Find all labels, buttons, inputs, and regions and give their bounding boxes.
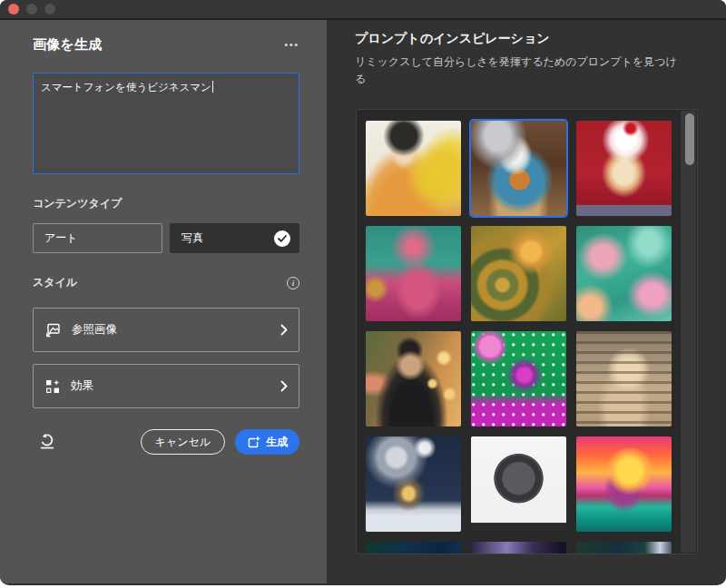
- info-icon[interactable]: i: [287, 277, 299, 289]
- titlebar: [0, 0, 726, 20]
- gallery-tile-milkshake-cherry-red-background[interactable]: [576, 121, 672, 216]
- gallery-tile-purple-night-clouds[interactable]: [471, 542, 566, 554]
- gallery-tile-sepia-portrait-smiling-woman[interactable]: [576, 331, 672, 426]
- content-type-art-button[interactable]: アート: [33, 223, 162, 253]
- reference-image-row[interactable]: 参照画像: [33, 308, 299, 352]
- more-options-button[interactable]: •••: [284, 41, 299, 50]
- effects-row[interactable]: 効果: [33, 364, 299, 408]
- ellipsis-icon: •••: [284, 40, 299, 50]
- content-type-label: コンテンツタイプ: [33, 196, 299, 211]
- style-label: スタイル: [33, 275, 77, 290]
- gallery-tile-pop-art-horses-sunset[interactable]: [576, 436, 672, 532]
- text-cursor: [212, 81, 213, 93]
- minimize-button[interactable]: [26, 4, 37, 15]
- chevron-right-icon: [280, 380, 288, 392]
- gallery-grid: [357, 110, 697, 554]
- gallery-tile-illustrated-man-with-mimosa[interactable]: [366, 121, 461, 216]
- prompt-text: スマートフォンを使うビジネスマン: [41, 82, 211, 93]
- gallery-tile-psychedelic-astronaut[interactable]: [471, 331, 566, 426]
- generate-image-window: 画像を生成 ••• スマートフォンを使うビジネスマン コンテンツタイプ アート …: [0, 0, 726, 585]
- prompt-gallery: [356, 109, 698, 554]
- generate-icon: [247, 436, 260, 449]
- generate-button[interactable]: 生成: [235, 429, 299, 455]
- cancel-button[interactable]: キャンセル: [141, 429, 225, 455]
- reference-image-icon: [45, 322, 61, 338]
- gallery-tile-golden-lotus-swirl-art[interactable]: [471, 226, 566, 321]
- reset-button[interactable]: [38, 433, 56, 451]
- prompt-input[interactable]: スマートフォンを使うビジネスマン: [33, 73, 299, 174]
- scrollbar-track[interactable]: [681, 111, 696, 553]
- undo-icon: [38, 433, 56, 451]
- gallery-tile-black-peony-ring-sculpture[interactable]: [471, 436, 566, 532]
- gallery-tile-latte-art-pour-blue-cup[interactable]: [471, 121, 566, 216]
- content-type-photo-button[interactable]: 写真: [170, 223, 299, 253]
- gallery-tile-paper-art-winter-cottage[interactable]: [366, 436, 461, 532]
- inspiration-title: プロンプトのインスピレーション: [355, 31, 726, 47]
- scrollbar-thumb[interactable]: [685, 113, 694, 165]
- chevron-right-icon: [280, 324, 288, 336]
- gallery-tile-night-sky-galaxy[interactable]: [366, 542, 461, 554]
- gallery-tile-jellyfish-watercolor[interactable]: [576, 226, 672, 321]
- zoom-button[interactable]: [44, 4, 55, 15]
- gallery-tile-maximalist-pink-sofa-room[interactable]: [366, 226, 461, 321]
- generate-image-panel: 画像を生成 ••• スマートフォンを使うビジネスマン コンテンツタイプ アート …: [0, 20, 327, 583]
- check-icon: [274, 230, 290, 247]
- close-button[interactable]: [8, 4, 19, 15]
- inspiration-subtitle: リミックスして自分らしさを発揮するためのプロンプトを見つける: [355, 54, 678, 87]
- gallery-tile-moonlit-night-scene[interactable]: [576, 542, 672, 554]
- gallery-tile-man-portrait-bokeh-lights[interactable]: [366, 331, 461, 426]
- inspiration-panel: プロンプトのインスピレーション リミックスして自分らしさを発揮するためのプロンプ…: [327, 20, 726, 583]
- page-title: 画像を生成: [33, 36, 103, 54]
- effects-icon: [45, 379, 60, 394]
